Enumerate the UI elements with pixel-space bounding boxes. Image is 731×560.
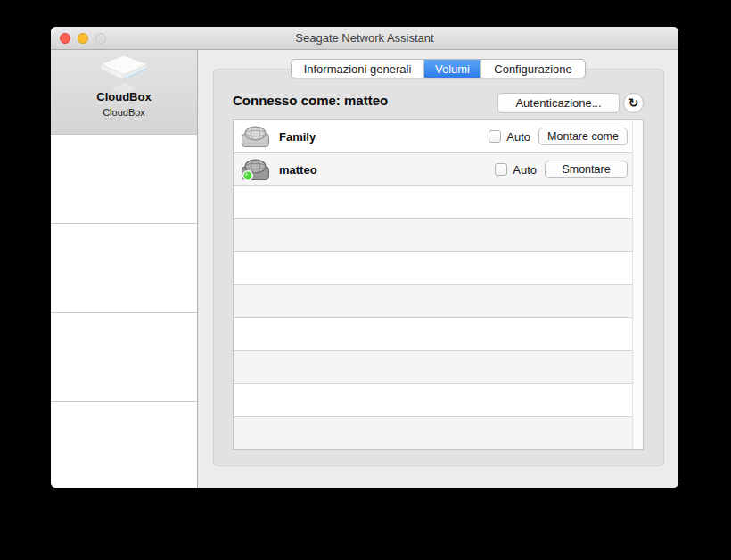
auto-checkbox-label: Auto bbox=[506, 130, 530, 144]
segmented-control: Informazioni generali Volumi Configurazi… bbox=[291, 59, 586, 78]
auto-checkbox[interactable] bbox=[489, 130, 501, 143]
empty-table-row bbox=[234, 384, 632, 417]
empty-table-row bbox=[234, 318, 632, 351]
sidebar-item-cloudbox[interactable]: CloudBox CloudBox bbox=[51, 50, 197, 135]
main-area: Informazioni generali Volumi Configurazi… bbox=[198, 50, 678, 488]
network-drive-icon bbox=[241, 124, 270, 149]
mounted-status-dot bbox=[243, 171, 253, 181]
empty-table-row bbox=[234, 351, 632, 384]
refresh-button[interactable]: ↻ bbox=[623, 93, 644, 113]
volumes-table: Family Auto Montare come bbox=[233, 119, 644, 450]
tab-configurazione[interactable]: Configurazione bbox=[481, 60, 585, 78]
window-content: CloudBox CloudBox Informazioni generali … bbox=[51, 50, 678, 488]
volumes-panel: Connesso come: matteo Autenticazione... … bbox=[213, 69, 664, 466]
volume-row-matteo: matteo Auto Smontare bbox=[234, 153, 632, 186]
volume-controls: Auto Smontare bbox=[495, 161, 628, 178]
volume-name: Family bbox=[279, 130, 316, 144]
volume-row-family: Family Auto Montare come bbox=[234, 120, 632, 153]
window-title: Seagate Network Assistant bbox=[295, 31, 433, 45]
volume-name: matteo bbox=[279, 163, 317, 177]
volume-controls: Auto Montare come bbox=[489, 128, 628, 145]
device-subtitle: CloudBox bbox=[51, 107, 197, 118]
device-sidebar: CloudBox CloudBox bbox=[51, 50, 198, 488]
zoom-button-disabled-icon bbox=[95, 33, 106, 44]
empty-table-row bbox=[234, 186, 632, 219]
minimize-button-icon[interactable] bbox=[78, 33, 88, 44]
connected-as-label: Connesso come: matteo bbox=[233, 93, 388, 108]
tab-informazioni-generali[interactable]: Informazioni generali bbox=[292, 60, 424, 78]
tab-volumi[interactable]: Volumi bbox=[424, 60, 481, 78]
authentication-button[interactable]: Autenticazione... bbox=[497, 93, 620, 113]
vertical-scrollbar[interactable] bbox=[632, 120, 643, 449]
tab-bar: Informazioni generali Volumi Configurazi… bbox=[198, 59, 678, 78]
montare-come-button[interactable]: Montare come bbox=[538, 128, 628, 145]
empty-table-row bbox=[234, 219, 632, 252]
empty-table-row bbox=[234, 252, 632, 285]
refresh-icon: ↻ bbox=[628, 96, 639, 109]
device-title: CloudBox bbox=[51, 90, 197, 103]
empty-table-row bbox=[234, 417, 632, 449]
close-button-icon[interactable] bbox=[60, 33, 70, 44]
app-window: Seagate Network Assistant CloudBox Cloud… bbox=[51, 27, 678, 488]
smontare-button[interactable]: Smontare bbox=[545, 161, 628, 178]
window-controls bbox=[60, 33, 106, 44]
volumes-rows: Family Auto Montare come bbox=[234, 120, 632, 449]
network-drive-mounted-icon bbox=[241, 157, 270, 182]
auto-checkbox-label: Auto bbox=[513, 163, 537, 177]
sidebar-empty-slot bbox=[51, 313, 197, 402]
title-bar[interactable]: Seagate Network Assistant bbox=[51, 27, 678, 50]
empty-table-row bbox=[234, 285, 632, 318]
sidebar-empty-slot bbox=[51, 135, 197, 224]
sidebar-empty-slot bbox=[51, 224, 197, 313]
auto-checkbox[interactable] bbox=[495, 163, 507, 176]
desktop-background: { "window": { "title": "Seagate Network … bbox=[0, 0, 731, 560]
